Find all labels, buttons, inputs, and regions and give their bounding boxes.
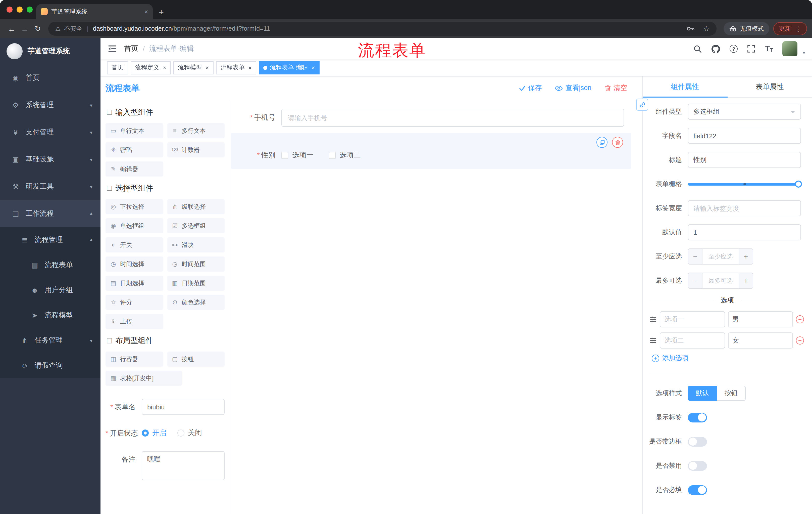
sidebar-item-workflow[interactable]: ❑工作流程▾ [0,200,100,227]
toggle-off[interactable] [688,437,707,447]
palette-item[interactable]: ▭单行文本 [106,123,163,138]
increment-button[interactable]: + [738,249,753,264]
decrement-button[interactable]: − [688,273,702,288]
tag-0[interactable]: 首页 [107,61,128,74]
sidebar-item-process-form[interactable]: ▤流程表单 [0,252,100,278]
palette-item[interactable]: ◷时间选择 [106,256,163,272]
phone-input[interactable] [281,109,624,127]
view-json-button[interactable]: 查看json [555,83,591,92]
gender-field-row[interactable]: *性别 选项一选项二 [231,151,631,160]
checkbox-icon[interactable] [329,152,336,159]
sidebar-item-home[interactable]: ◉首页 [0,64,100,91]
copy-component-button[interactable] [597,137,608,148]
search-icon[interactable] [693,45,702,53]
sidebar-item-user-group[interactable]: ☻用户分组 [0,278,100,303]
tag-close-icon[interactable]: × [312,64,315,71]
status-on-radio[interactable]: 开启 [142,429,166,437]
help-icon[interactable] [730,45,737,53]
option-value-input[interactable] [728,332,793,349]
component-type-select[interactable]: 多选框组 [688,104,801,120]
palette-item[interactable]: ⇪上传 [106,314,163,329]
remove-option-icon[interactable]: − [796,315,804,323]
save-button[interactable]: 保存 [519,83,542,92]
tag-close-icon[interactable]: × [163,64,166,71]
sidebar-item-system[interactable]: ⚙系统管理▾ [0,91,100,119]
remove-option-icon[interactable]: − [796,336,804,345]
palette-item[interactable]: ◶时间范围 [167,256,225,272]
reload-button[interactable]: ↻ [31,24,44,33]
palette-item[interactable]: ✳密码 [106,142,163,157]
form-remark-textarea[interactable] [142,451,225,480]
tab-form-props[interactable]: 表单属性 [727,77,812,97]
toggle-on[interactable] [688,413,707,422]
palette-item[interactable]: ✎编辑器 [106,161,163,177]
min-select-input[interactable] [702,249,738,264]
drag-handle-icon[interactable] [650,316,657,323]
update-button[interactable]: 更新 ⋮ [773,22,807,35]
browser-tab[interactable]: 芋道管理系统 × [36,4,153,19]
style-default-button[interactable]: 默认 [688,386,717,401]
max-select-input[interactable] [702,273,738,288]
sidebar-item-process-manage[interactable]: ≣流程管理▾ [0,227,100,252]
tag-1[interactable]: 流程定义× [130,61,171,74]
sidebar-item-leave-query[interactable]: ☺请假查询 [0,353,100,378]
sidebar-item-devtools[interactable]: ⚒研发工具▾ [0,173,100,200]
browser-menu-kebab-icon[interactable]: ⋮ [795,25,802,32]
forward-button[interactable]: → [18,24,31,33]
grid-slider[interactable] [688,181,801,188]
minimize-window-button[interactable] [17,6,23,12]
phone-field-row[interactable]: *手机号 [231,109,642,127]
tab-close-icon[interactable]: × [144,8,148,15]
zoom-window-button[interactable] [27,6,33,12]
password-key-icon[interactable] [687,26,695,32]
checkbox-option[interactable]: 选项二 [329,151,361,160]
user-avatar[interactable] [782,41,798,56]
toggle-off[interactable] [688,461,707,470]
fullscreen-icon[interactable] [747,45,755,53]
tag-2[interactable]: 流程模型× [173,61,213,74]
default-value-input[interactable] [688,224,801,240]
status-off-radio[interactable]: 关闭 [177,429,202,437]
hamburger-icon[interactable] [100,45,124,53]
option-label-input[interactable] [660,332,725,349]
close-window-button[interactable] [6,6,12,12]
option-label-input[interactable] [660,311,725,327]
sidebar-item-infrastructure[interactable]: ▣基础设施▾ [0,146,100,173]
palette-item[interactable]: ◫行容器 [106,352,163,367]
avatar-dropdown-caret-icon[interactable]: ▼ [802,51,806,56]
form-name-input[interactable] [142,399,225,415]
decrement-button[interactable]: − [688,249,702,264]
drag-handle-icon[interactable] [650,337,657,344]
sidebar-item-payment[interactable]: ¥支付管理▾ [0,119,100,146]
tag-close-icon[interactable]: × [205,64,209,71]
style-button-button[interactable]: 按钮 [717,386,746,401]
delete-component-button[interactable] [612,137,623,148]
new-tab-button[interactable]: + [159,8,164,17]
clear-button[interactable]: 清空 [605,83,627,92]
palette-item[interactable]: ⋔级联选择 [167,199,225,214]
form-canvas[interactable]: *手机号 [230,100,642,514]
toggle-on[interactable] [688,485,707,495]
link-icon[interactable] [636,99,648,111]
slider-handle[interactable] [795,181,802,188]
breadcrumb-item-home[interactable]: 首页 [124,44,138,53]
checkbox-option[interactable]: 选项一 [281,151,314,160]
tag-3[interactable]: 流程表单× [216,61,256,74]
back-button[interactable]: ← [5,24,18,33]
field-name-input[interactable] [688,128,801,144]
add-option-button[interactable]: + 添加选项 [652,354,812,362]
palette-item[interactable]: ◐开关 [106,237,163,252]
address-bar[interactable]: ⚠ 不安全 | dashboard.yudao.iocoder.cn/bpm/m… [48,22,717,36]
palette-item[interactable]: ⊶滑块 [167,237,225,252]
palette-item[interactable]: ▢按钮 [167,352,225,367]
checkbox-icon[interactable] [281,152,288,159]
github-icon[interactable] [712,45,720,53]
tag-close-icon[interactable]: × [248,64,252,71]
title-input[interactable] [688,152,801,168]
palette-item[interactable]: 123计数器 [167,142,225,157]
palette-item[interactable]: ▤日期选择 [106,276,163,291]
palette-item[interactable]: ◉单选框组 [106,218,163,233]
tag-4[interactable]: 流程表单-编辑× [259,61,320,74]
palette-item[interactable]: ▥日期范围 [167,276,225,291]
sidebar-item-task-manage[interactable]: ⋔任务管理▾ [0,328,100,353]
